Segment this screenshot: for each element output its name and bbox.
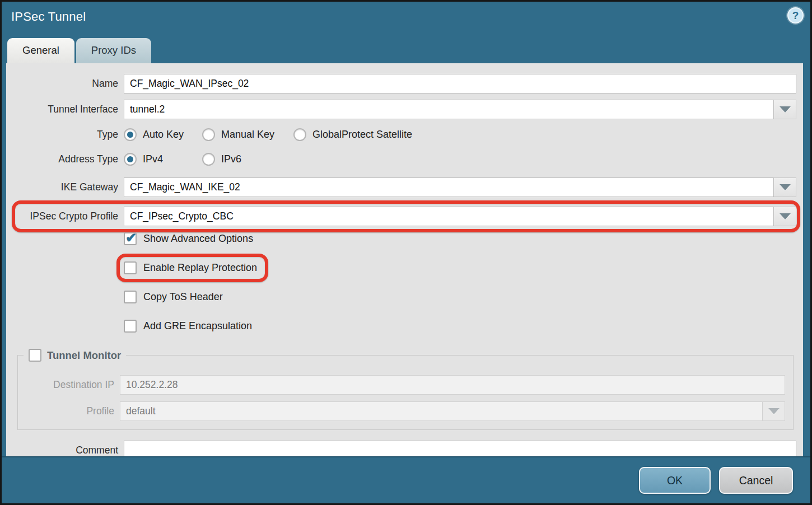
advanced-options-list: Show Advanced Options Enable Replay Prot… [124, 232, 803, 335]
radio-option-ipv6[interactable]: IPv6 [202, 153, 241, 166]
radio-option-manual-key[interactable]: Manual Key [202, 128, 293, 141]
show-advanced-options-label: Show Advanced Options [143, 233, 253, 245]
radio-option-ipv4[interactable]: IPv4 [124, 153, 202, 166]
comment-row: Comment [6, 441, 796, 456]
ipsec-tunnel-dialog: IPSec Tunnel ? General Proxy IDs Name Tu… [0, 0, 812, 505]
tunnel-monitor-checkbox[interactable] [29, 349, 41, 362]
dialog-footer: OK Cancel [2, 456, 810, 503]
tunnel-interface-label: Tunnel Interface [6, 104, 118, 115]
comment-field[interactable] [124, 441, 796, 456]
radio-auto-key-label: Auto Key [143, 129, 184, 141]
tab-general[interactable]: General [7, 38, 74, 63]
add-gre-encapsulation-option[interactable]: Add GRE Encapsulation [124, 320, 252, 333]
tunnel-monitor-legend: Tunnel Monitor [24, 349, 126, 362]
name-field[interactable] [124, 74, 796, 93]
add-gre-encapsulation-checkbox[interactable] [124, 320, 137, 333]
show-advanced-options-option[interactable]: Show Advanced Options [124, 232, 253, 245]
page-title: IPSec Tunnel [11, 10, 86, 24]
address-type-radio-group: IPv4 IPv6 [124, 153, 796, 166]
question-mark-icon: ? [792, 10, 799, 22]
radio-option-auto-key[interactable]: Auto Key [124, 128, 202, 141]
enable-replay-protection-checkbox[interactable] [124, 261, 137, 274]
destination-ip-label: Destination IP [18, 379, 114, 391]
tunnel-interface-dropdown-button[interactable] [774, 100, 796, 119]
radio-globalprotect-satellite-label: GlobalProtect Satellite [312, 129, 412, 141]
chevron-down-icon [780, 184, 791, 190]
show-advanced-options-checkbox[interactable] [124, 232, 137, 245]
radio-ipv6-label: IPv6 [221, 153, 241, 165]
address-type-label: Address Type [6, 153, 118, 165]
profile-field [120, 401, 763, 421]
ipsec-crypto-profile-dropdown-button[interactable] [774, 207, 796, 226]
radio-globalprotect-satellite[interactable] [293, 128, 306, 141]
dialog-titlebar: IPSec Tunnel ? [2, 2, 810, 36]
address-type-row: Address Type IPv4 IPv6 [6, 153, 796, 166]
profile-row: Profile [18, 401, 785, 421]
general-tab-panel: Name Tunnel Interface Type Auto Key [6, 63, 803, 456]
copy-tos-header-label: Copy ToS Header [143, 291, 223, 303]
ipsec-crypto-profile-row: IPSec Crypto Profile [6, 207, 796, 226]
chevron-down-icon [780, 106, 791, 113]
cancel-button[interactable]: Cancel [719, 467, 793, 494]
tab-proxy-ids[interactable]: Proxy IDs [76, 38, 151, 63]
add-gre-encapsulation-row: Add GRE Encapsulation [124, 320, 803, 335]
tunnel-monitor-fieldset: Tunnel Monitor Destination IP Profile [17, 349, 794, 430]
ike-gateway-row: IKE Gateway [6, 177, 796, 197]
copy-tos-header-checkbox[interactable] [124, 291, 137, 303]
tab-bar: General Proxy IDs [2, 36, 810, 63]
ike-gateway-field[interactable] [124, 177, 774, 197]
ike-gateway-label: IKE Gateway [6, 181, 118, 193]
profile-combo [120, 401, 785, 421]
comment-label: Comment [6, 445, 118, 456]
destination-ip-field [120, 375, 785, 395]
copy-tos-header-option[interactable]: Copy ToS Header [124, 291, 223, 303]
radio-manual-key[interactable] [202, 128, 215, 141]
type-row: Type Auto Key Manual Key GlobalProtect S… [6, 128, 796, 141]
tunnel-interface-field[interactable] [124, 100, 774, 119]
add-gre-encapsulation-label: Add GRE Encapsulation [143, 320, 252, 332]
tunnel-interface-row: Tunnel Interface [6, 100, 796, 119]
radio-option-globalprotect-satellite[interactable]: GlobalProtect Satellite [293, 128, 412, 141]
chevron-down-icon [768, 408, 780, 414]
ike-gateway-dropdown-button[interactable] [774, 177, 796, 197]
type-label: Type [6, 129, 118, 141]
name-row: Name [6, 74, 796, 93]
ok-button[interactable]: OK [639, 467, 711, 494]
profile-dropdown-button [763, 401, 785, 421]
show-advanced-options-row: Show Advanced Options [124, 232, 803, 247]
type-radio-group: Auto Key Manual Key GlobalProtect Satell… [124, 128, 796, 141]
destination-ip-row: Destination IP [18, 375, 785, 395]
help-button[interactable]: ? [787, 7, 804, 24]
tab-proxy-ids-label: Proxy IDs [91, 44, 136, 56]
chevron-down-icon [780, 213, 791, 219]
name-label: Name [6, 78, 118, 90]
ipsec-crypto-profile-field[interactable] [124, 207, 774, 226]
enable-replay-protection-row: Enable Replay Protection [124, 261, 803, 277]
ipsec-crypto-profile-label: IPSec Crypto Profile [6, 211, 118, 222]
tunnel-monitor-label: Tunnel Monitor [47, 349, 121, 362]
ike-gateway-combo [124, 177, 796, 197]
radio-ipv4[interactable] [124, 153, 137, 166]
radio-ipv4-label: IPv4 [143, 153, 163, 165]
copy-tos-header-row: Copy ToS Header [124, 291, 803, 306]
tab-general-label: General [22, 44, 59, 56]
profile-label: Profile [18, 405, 114, 417]
enable-replay-protection-option[interactable]: Enable Replay Protection [124, 261, 257, 274]
tunnel-interface-combo [124, 100, 796, 119]
radio-ipv6[interactable] [202, 153, 215, 166]
radio-auto-key[interactable] [124, 128, 137, 141]
radio-manual-key-label: Manual Key [221, 129, 274, 141]
enable-replay-protection-label: Enable Replay Protection [143, 262, 257, 274]
ipsec-crypto-profile-combo [124, 207, 796, 226]
